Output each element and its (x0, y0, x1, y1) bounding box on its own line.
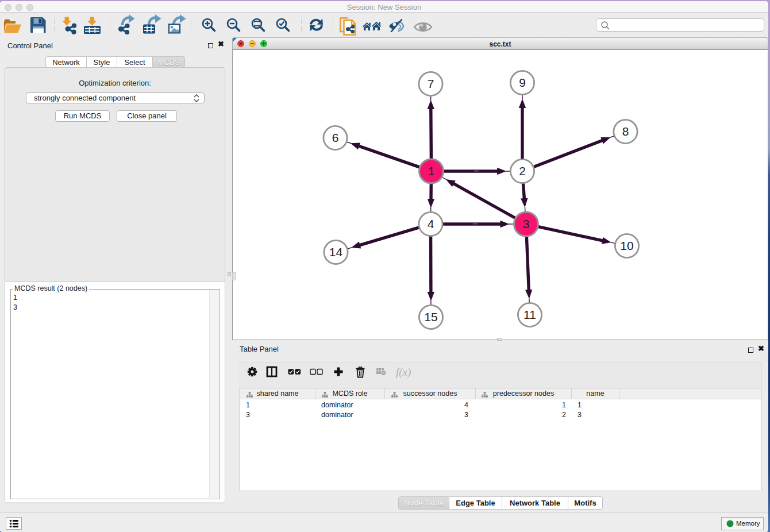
svg-text:10: 10 (620, 239, 633, 252)
svg-text:1: 1 (428, 164, 435, 178)
svg-text:6: 6 (332, 131, 339, 144)
svg-text:15: 15 (424, 310, 437, 323)
svg-text:3: 3 (523, 217, 530, 230)
svg-text:14: 14 (329, 245, 343, 259)
svg-text:8: 8 (622, 125, 629, 138)
svg-text:9: 9 (519, 76, 526, 89)
svg-text:f(x): f(x) (396, 366, 411, 379)
svg-text:11: 11 (523, 308, 536, 321)
svg-text:7: 7 (428, 77, 434, 90)
svg-text:2: 2 (519, 164, 526, 178)
svg-text:4: 4 (428, 217, 434, 230)
